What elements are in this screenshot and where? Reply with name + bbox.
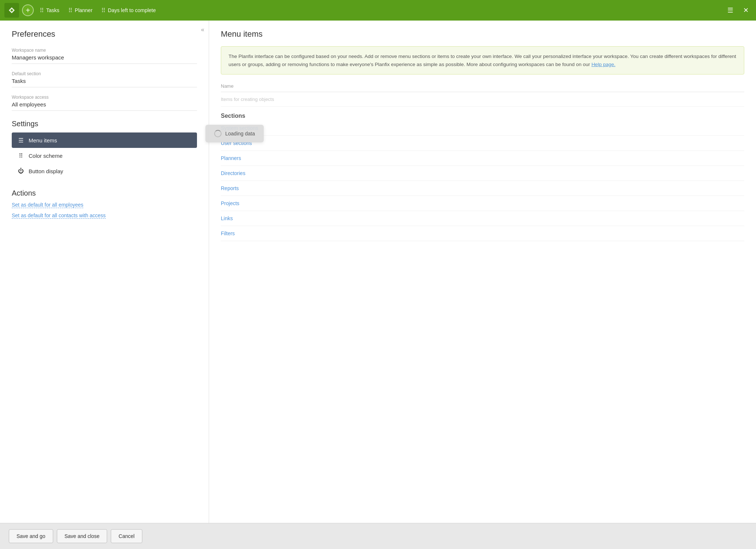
settings-item-color-scheme[interactable]: ⠿ Color scheme	[12, 148, 197, 163]
topbar-right: ☰ ✕	[724, 4, 752, 16]
loading-text: Loading data	[225, 131, 255, 137]
dialog: « Preferences Workspace name Managers wo…	[0, 21, 756, 549]
settings-item-button-display[interactable]: ⏻ Button display	[12, 163, 197, 179]
default-section-value: Tasks	[12, 78, 197, 87]
help-page-link[interactable]: Help page.	[591, 62, 615, 67]
set-default-employees[interactable]: Set as default for all employees	[12, 202, 83, 208]
section-link-directories[interactable]: Directories	[221, 166, 744, 181]
sections-title: Sections	[221, 113, 744, 119]
default-section-group: Default section Tasks	[12, 71, 197, 87]
workspace-access-value: All employees	[12, 101, 197, 111]
settings-item-menu-items[interactable]: ☰ Menu items	[12, 132, 197, 148]
menu-items-title: Menu items	[221, 29, 744, 39]
days-left-grid-icon: ⠿	[101, 7, 106, 14]
days-left-nav[interactable]: ⠿ Days left to complete	[98, 6, 159, 15]
items-placeholder: Items for creating objects	[221, 92, 744, 107]
add-button[interactable]: +	[22, 4, 34, 16]
set-default-contacts[interactable]: Set as default for all contacts with acc…	[12, 212, 106, 219]
workspace-access-label: Workspace access	[12, 95, 197, 100]
planner-label: Planner	[75, 7, 92, 13]
save-close-button[interactable]: Save and close	[57, 529, 107, 543]
cancel-button[interactable]: Cancel	[111, 529, 142, 543]
menu-button[interactable]: ☰	[724, 4, 736, 16]
section-link-reports[interactable]: Reports	[221, 181, 744, 196]
section-link-filters[interactable]: Filters	[221, 226, 744, 241]
menu-items-icon: ☰	[17, 136, 25, 144]
section-links: System sectionsUser sectionsPlannersDire…	[221, 121, 744, 241]
settings-title: Settings	[12, 120, 197, 128]
workspace-name-group: Workspace name Managers workspace	[12, 48, 197, 64]
workspace-name-label: Workspace name	[12, 48, 197, 53]
info-box: The Planfix interface can be configured …	[221, 46, 744, 74]
color-scheme-label: Color scheme	[29, 153, 63, 159]
menu-items-label: Menu items	[29, 137, 57, 143]
section-link-projects[interactable]: Projects	[221, 196, 744, 211]
color-scheme-icon: ⠿	[17, 152, 25, 160]
preferences-title: Preferences	[12, 29, 197, 39]
close-button[interactable]: ✕	[740, 4, 752, 16]
action-links: Set as default for all employeesSet as d…	[12, 202, 197, 223]
workspace-access-group: Workspace access All employees	[12, 95, 197, 111]
left-panel: « Preferences Workspace name Managers wo…	[0, 21, 209, 523]
workspace-name-value: Managers workspace	[12, 54, 197, 64]
section-link-planners[interactable]: Planners	[221, 151, 744, 166]
days-left-label: Days left to complete	[108, 7, 156, 13]
section-link-links[interactable]: Links	[221, 211, 744, 226]
topbar: + ⠿ Tasks ⠿ Planner ⠿ Days left to compl…	[0, 0, 756, 21]
collapse-button[interactable]: «	[201, 26, 204, 33]
button-display-icon: ⏻	[17, 167, 25, 175]
name-column-header: Name	[221, 83, 744, 92]
tasks-label: Tasks	[46, 7, 59, 13]
planner-nav[interactable]: ⠿ Planner	[65, 6, 95, 15]
tasks-grid-icon: ⠿	[40, 7, 44, 14]
default-section-label: Default section	[12, 71, 197, 76]
loading-spinner	[214, 130, 222, 137]
actions-title: Actions	[12, 189, 197, 197]
right-panel: Menu items The Planfix interface can be …	[209, 21, 756, 523]
logo	[4, 3, 19, 18]
dialog-body: « Preferences Workspace name Managers wo…	[0, 21, 756, 523]
save-go-button[interactable]: Save and go	[9, 529, 53, 543]
loading-overlay: Loading data	[205, 125, 264, 142]
button-display-label: Button display	[29, 168, 63, 174]
settings-list: ☰ Menu items ⠿ Color scheme ⏻ Button dis…	[12, 132, 197, 179]
section-link-user-sections[interactable]: User sections	[221, 136, 744, 151]
dialog-footer: Save and go Save and close Cancel	[0, 523, 756, 549]
planner-grid-icon: ⠿	[68, 7, 73, 14]
section-link-system-sections[interactable]: System sections	[221, 121, 744, 136]
info-text: The Planfix interface can be configured …	[229, 54, 736, 67]
tasks-nav[interactable]: ⠿ Tasks	[37, 6, 62, 15]
